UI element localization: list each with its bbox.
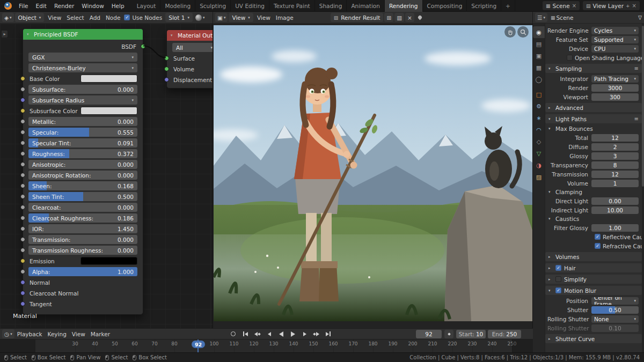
gray-socket[interactable]: [20, 162, 25, 167]
yellow-socket[interactable]: [20, 108, 25, 113]
panel-light-paths[interactable]: ▾Light Paths≡: [545, 114, 642, 123]
play-button[interactable]: [288, 330, 298, 338]
reflective-caustics-checkbox[interactable]: ✓: [595, 234, 601, 240]
material-preview-icon[interactable]: [195, 14, 202, 21]
panel-simplify[interactable]: ▸Simplify: [545, 275, 642, 284]
dropdown-field[interactable]: Cycles▾: [591, 27, 639, 34]
simplify-checkbox[interactable]: [555, 276, 561, 282]
properties-tab-material[interactable]: ◑: [533, 159, 545, 171]
editor-type-properties-icon[interactable]: ☰▾: [535, 13, 547, 22]
jump-to-end-button[interactable]: [323, 330, 333, 338]
gray-socket[interactable]: [20, 173, 25, 178]
vector-socket[interactable]: [164, 77, 169, 82]
gray-socket[interactable]: [20, 205, 25, 210]
prop-feature-set[interactable]: Feature SetSupported▾: [547, 35, 639, 43]
prop-integrator[interactable]: IntegratorPath Tracing▾: [547, 75, 639, 83]
timeline-ruler[interactable]: 3040506070801001101201301401501601701801…: [0, 339, 533, 352]
image-menu-image[interactable]: Image: [273, 12, 296, 24]
prop-transparency[interactable]: Transparency8: [547, 161, 639, 169]
shader-node-editor[interactable]: ▾ Material Out All▾SurfaceVolumeDisplace…: [0, 24, 213, 328]
workspace-tab-uv-editing[interactable]: UV Editing: [231, 0, 269, 12]
timeline-menu-view[interactable]: View: [69, 328, 88, 340]
toolbar-toggle[interactable]: ▸: [1, 30, 8, 38]
scene-unlink-icon[interactable]: ×: [572, 3, 576, 9]
node-input-clearcoat-normal[interactable]: Clearcoat Normal: [28, 289, 137, 298]
node-menu-view[interactable]: View: [45, 12, 64, 24]
node-input-metallic[interactable]: Metallic:0.000: [28, 117, 137, 126]
output-node-displacement[interactable]: Displacement: [172, 75, 213, 84]
gray-socket[interactable]: [20, 194, 25, 199]
workspace-tab-animation[interactable]: Animation: [347, 0, 385, 12]
panel-sampling[interactable]: ▾Sampling≡: [545, 64, 642, 73]
editor-type-image-icon[interactable]: ▣▾: [215, 13, 228, 22]
timeline-menu-keying[interactable]: Keying: [45, 328, 69, 340]
node-menu-node[interactable]: Node: [103, 12, 123, 24]
next-keyframe-button[interactable]: [311, 330, 321, 338]
prop-volume[interactable]: Volume1: [547, 179, 639, 187]
gray-socket[interactable]: [20, 119, 25, 124]
prev-keyframe-button[interactable]: [252, 330, 262, 338]
collapse-icon[interactable]: ▾: [171, 33, 175, 38]
workspace-tab-layout[interactable]: Layout: [133, 0, 161, 12]
slider-field[interactable]: 0.50: [591, 306, 639, 314]
prop-total[interactable]: Total12: [547, 134, 639, 142]
workspace-tab-shading[interactable]: Shading: [315, 0, 347, 12]
node-input-subsurface-color[interactable]: Subsurface Color: [28, 106, 137, 115]
node-input-ior[interactable]: IOR:1.450: [28, 224, 137, 233]
number-field[interactable]: 3000: [591, 84, 639, 92]
prop-viewport[interactable]: Viewport300: [547, 93, 639, 101]
frame-forward-button[interactable]: [299, 330, 310, 338]
open-image-button[interactable]: ▥: [394, 13, 404, 22]
prop-rolling-shutter-dur[interactable]: Rolling Shutter Dur...0.10: [547, 324, 639, 332]
workspace-tab-sculpting[interactable]: Sculpting: [195, 0, 231, 12]
workspace-tab-modeling[interactable]: Modeling: [160, 0, 195, 12]
panel-motion-blur[interactable]: ▾✓Motion Blur: [545, 286, 642, 295]
panel-menu-icon[interactable]: ≡: [634, 65, 639, 71]
node-input-clearcoat[interactable]: Clearcoat:0.000: [28, 203, 137, 212]
node-input-clearcoat-roughness[interactable]: Clearcoat Roughness:0.186: [28, 213, 137, 223]
menu-file[interactable]: File: [15, 0, 32, 12]
slot-dropdown[interactable]: Slot 1▾: [165, 13, 193, 22]
prop-refractive-caustics[interactable]: ✓Refractive Caustics: [547, 242, 639, 250]
node-input-subsurface[interactable]: Subsurface:0.000: [28, 85, 137, 94]
menu-render[interactable]: Render: [50, 0, 78, 12]
panel-hair[interactable]: ▸✓Hair: [545, 263, 642, 272]
properties-tab-physics[interactable]: ◠: [533, 124, 545, 136]
properties-tab-modifiers[interactable]: ⚙: [533, 100, 545, 112]
pin-icon[interactable]: [417, 15, 422, 20]
material-output-node-header[interactable]: ▾ Material Out: [167, 30, 213, 41]
remove-view-layer-icon[interactable]: ×: [632, 3, 636, 9]
number-field[interactable]: 2: [591, 143, 639, 151]
node-input-anisotropic[interactable]: Anisotropic:0.000: [28, 160, 137, 169]
panel-advanced[interactable]: ▸Advanced: [545, 103, 642, 112]
workspace-tab-scripting[interactable]: Scripting: [467, 0, 501, 12]
node-input-base-color[interactable]: Base Color: [28, 74, 137, 83]
subpanel-clamping[interactable]: ▾Clamping: [548, 188, 639, 196]
node-input-christensen-burley[interactable]: Christensen-Burley▾: [28, 63, 137, 72]
pan-view-button[interactable]: [504, 26, 516, 38]
collapse-icon[interactable]: ▾: [27, 32, 31, 36]
panel-shutter-curve[interactable]: ▸Shutter Curve: [545, 334, 642, 343]
prop-position[interactable]: PositionCenter on Frame▾: [547, 297, 639, 305]
properties-tab-world[interactable]: ◯: [533, 73, 545, 85]
yellow-socket[interactable]: [20, 258, 25, 263]
number-field[interactable]: 8: [591, 161, 639, 169]
dropdown-field[interactable]: Supported▾: [591, 36, 639, 43]
editor-type-node-icon[interactable]: ◈▾: [2, 13, 14, 22]
output-node-volume[interactable]: Volume: [172, 64, 213, 73]
menu-help[interactable]: Help: [108, 0, 128, 12]
image-menu-view[interactable]: View: [254, 12, 273, 24]
timeline-menu-playback[interactable]: Playback: [14, 328, 45, 340]
dropdown-field[interactable]: Path Tracing▾: [591, 75, 639, 83]
number-field[interactable]: 1.00: [591, 224, 639, 232]
number-field[interactable]: 12: [591, 134, 639, 142]
node-input-transmission-roughness[interactable]: Transmission Roughness:0.000: [28, 246, 137, 255]
refractive-caustics-checkbox[interactable]: ✓: [595, 243, 601, 249]
properties-tab-view-layer[interactable]: ▣: [533, 50, 545, 62]
number-field[interactable]: 3: [591, 152, 639, 160]
prop-indirect-light[interactable]: Indirect Light10.00: [547, 206, 639, 214]
gray-socket[interactable]: [20, 151, 25, 156]
node-input-ggx[interactable]: GGX▾: [28, 53, 137, 62]
gray-socket[interactable]: [20, 87, 25, 92]
shader-type-dropdown[interactable]: Object▾: [15, 13, 45, 22]
